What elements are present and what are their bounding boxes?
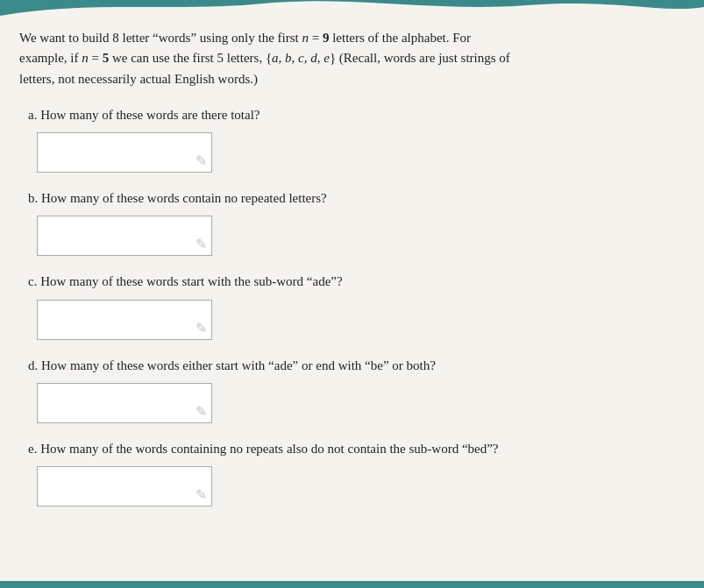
question-a-input[interactable]: ✎ xyxy=(37,132,212,173)
intro-line1: We want to build 8 letter “words” using … xyxy=(19,31,471,45)
top-arc-decoration xyxy=(0,0,704,16)
question-b-block: b. How many of these words contain no re… xyxy=(19,188,685,256)
intro-line3: letters, not necessarily actual English … xyxy=(19,72,258,86)
question-c-answer-wrapper: ✎ xyxy=(37,300,685,340)
question-c-label: c. How many of these words start with th… xyxy=(28,272,685,292)
question-a-block: a. How many of these words are there tot… xyxy=(19,105,685,173)
pencil-icon-d: ✎ xyxy=(196,403,207,420)
question-b-label: b. How many of these words contain no re… xyxy=(28,188,685,209)
intro-paragraph: We want to build 8 letter “words” using … xyxy=(19,28,685,89)
question-c-block: c. How many of these words start with th… xyxy=(19,272,685,339)
pencil-icon-c: ✎ xyxy=(196,320,207,337)
question-d-answer-wrapper: ✎ xyxy=(37,383,685,423)
set-letters: a, b, c, d, e xyxy=(272,51,330,65)
bottom-bar-decoration xyxy=(0,581,704,588)
intro-line2: example, if n = 5 we can use the first 5… xyxy=(19,51,510,65)
value-5: 5 xyxy=(103,51,110,65)
question-b-input[interactable]: ✎ xyxy=(37,216,212,256)
question-e-block: e. How many of the words containing no r… xyxy=(19,439,685,507)
pencil-icon-b: ✎ xyxy=(196,236,207,252)
variable-n2: n xyxy=(82,51,89,65)
pencil-icon-a: ✎ xyxy=(196,152,207,169)
question-d-input[interactable]: ✎ xyxy=(37,383,212,423)
question-a-answer-wrapper: ✎ xyxy=(37,132,685,173)
question-a-label: a. How many of these words are there tot… xyxy=(28,105,685,125)
question-d-label: d. How many of these words either start … xyxy=(28,356,685,376)
value-9: 9 xyxy=(323,31,330,45)
question-e-label: e. How many of the words containing no r… xyxy=(28,439,685,459)
question-e-input[interactable]: ✎ xyxy=(37,466,212,507)
question-e-answer-wrapper: ✎ xyxy=(37,466,685,507)
variable-n1: n xyxy=(302,31,309,45)
question-d-block: d. How many of these words either start … xyxy=(19,356,685,423)
pencil-icon-e: ✎ xyxy=(196,486,207,503)
question-b-answer-wrapper: ✎ xyxy=(37,216,685,256)
main-content: We want to build 8 letter “words” using … xyxy=(0,16,704,540)
question-c-input[interactable]: ✎ xyxy=(37,300,212,340)
